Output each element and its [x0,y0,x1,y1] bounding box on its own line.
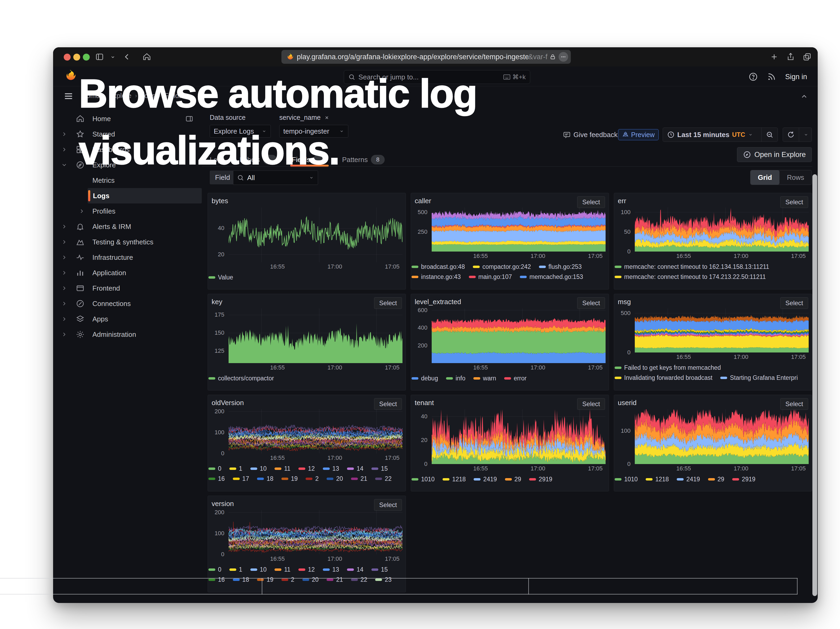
scrollbar[interactable] [812,174,817,596]
sidebar-item-logs[interactable]: Logs [88,188,202,204]
select-button[interactable]: Select [780,297,808,309]
legend-item[interactable]: 29 [708,474,725,484]
share-icon[interactable] [786,52,795,61]
legend-item[interactable]: 12 [298,564,315,575]
legend-item[interactable]: 2919 [732,474,755,484]
select-button[interactable]: Select [577,297,605,309]
legend-item[interactable]: 22 [351,575,368,585]
select-button[interactable]: Select [374,398,402,410]
chart-canvas[interactable] [229,207,403,262]
chart-canvas[interactable] [229,409,403,454]
sidebar-item-apps[interactable]: Apps [53,311,202,327]
chevron-right-icon[interactable] [61,146,68,153]
legend-item[interactable]: 21 [351,474,368,484]
zoom-window-button[interactable] [83,54,90,60]
legend-item[interactable]: 12 [298,463,315,474]
legend-item[interactable]: 17 [233,474,249,484]
view-toggle-grid[interactable]: Grid [750,170,780,185]
legend-item[interactable]: flush.go:253 [539,262,582,272]
legend-item[interactable]: 11 [275,463,291,474]
chevron-right-icon[interactable] [61,331,68,338]
home-browser-icon[interactable] [142,52,151,61]
new-tab-icon[interactable] [770,52,778,61]
select-button[interactable]: Select [577,196,605,208]
give-feedback-button[interactable]: Give feedback [563,131,617,139]
sidebar-item-alerts-irm[interactable]: Alerts & IRM [53,219,202,234]
time-range-picker[interactable]: Last 15 minutes UTC [663,128,762,142]
more-options-icon[interactable] [559,52,568,62]
legend-item[interactable]: 1218 [442,474,466,484]
legend-item[interactable]: 14 [347,463,363,474]
legend-item[interactable]: error [504,373,527,383]
chevron-right-icon[interactable] [61,254,68,261]
help-icon[interactable] [748,72,758,82]
sidebar-item-testing-synthetics[interactable]: Testing & synthetics [53,234,202,250]
legend-item[interactable]: 16 [208,575,225,585]
sidebar-item-frontend[interactable]: Frontend [53,280,202,296]
legend-item[interactable]: 22 [375,474,392,484]
chart-canvas[interactable] [635,409,809,464]
minimize-window-button[interactable] [73,54,80,60]
chart-canvas[interactable] [229,510,403,554]
legend-item[interactable]: 15 [371,564,388,575]
chevron-right-icon[interactable] [61,285,68,291]
sidebar-toggle-icon[interactable] [95,52,104,61]
chevron-right-icon[interactable] [61,300,68,307]
menu-icon[interactable] [64,92,73,101]
legend-item[interactable]: 2 [306,474,319,484]
legend-item[interactable]: 13 [323,564,339,575]
legend-item[interactable]: 20 [327,474,343,484]
chevron-right-icon[interactable] [61,239,68,245]
legend-item[interactable]: main.go:107 [469,272,512,282]
legend-item[interactable]: Value [208,272,233,282]
legend-item[interactable]: 29 [505,474,521,484]
legend-item[interactable]: 18 [257,474,273,484]
chevron-down-icon[interactable] [61,162,68,168]
legend-item[interactable]: memcache: connect timeout to 162.134.158… [614,262,769,272]
legend-item[interactable]: 1 [229,564,242,575]
chart-canvas[interactable] [635,207,809,251]
legend-item[interactable]: 23 [375,575,392,585]
sign-in-link[interactable]: Sign in [785,73,807,81]
select-button[interactable]: Select [374,499,402,511]
sidebar-item-application[interactable]: Application [53,265,202,280]
chevron-right-icon[interactable] [61,223,68,230]
view-toggle-rows[interactable]: Rows [780,170,812,185]
legend-item[interactable]: instance.go:43 [412,272,461,282]
legend-item[interactable]: 10 [250,564,267,575]
chevron-right-icon[interactable] [61,270,68,276]
legend-item[interactable]: 0 [208,463,221,474]
legend-item[interactable]: Invalidating forwarded broadcast [614,373,712,383]
sidebar-item-connections[interactable]: Connections [53,296,202,311]
legend-item[interactable]: collectors/compactor [208,373,274,383]
legend-item[interactable]: 10 [250,463,267,474]
legend-item[interactable]: 13 [323,463,339,474]
chart-canvas[interactable] [635,308,809,352]
sidebar-item-profiles[interactable]: Profiles [53,204,202,219]
legend-item[interactable]: broadcast.go:48 [412,262,465,272]
chart-canvas[interactable] [432,308,606,363]
legend-item[interactable]: Failed to get keys from memcached [614,363,721,373]
legend-item[interactable]: 2 [281,575,294,585]
legend-item[interactable]: 0 [208,564,221,575]
collapse-icon[interactable] [800,92,808,100]
legend-item[interactable]: 1218 [646,474,669,484]
legend-item[interactable]: 21 [327,575,343,585]
legend-item[interactable]: 1010 [614,474,638,484]
legend-item[interactable]: 1 [229,463,242,474]
chart-canvas[interactable] [432,207,606,251]
close-window-button[interactable] [64,54,71,60]
legend-item[interactable]: Starting Grafana Enterpri [720,373,798,383]
legend-item[interactable]: compactor.go:242 [473,262,531,272]
chevron-down-icon[interactable] [110,55,116,60]
legend-item[interactable]: warn [474,373,496,383]
legend-item[interactable]: debug [412,373,438,383]
sidebar-item-infrastructure[interactable]: Infrastructure [53,250,202,265]
open-in-explore-button[interactable]: Open in Explore [737,147,812,162]
news-icon[interactable] [767,72,776,81]
select-button[interactable]: Select [577,398,605,410]
legend-item[interactable]: 2419 [677,474,700,484]
refresh-interval-dropdown[interactable] [799,128,812,142]
address-bar[interactable]: play.grafana.org/a/grafana-lokiexplore-a… [281,50,571,64]
select-button[interactable]: Select [374,297,402,309]
